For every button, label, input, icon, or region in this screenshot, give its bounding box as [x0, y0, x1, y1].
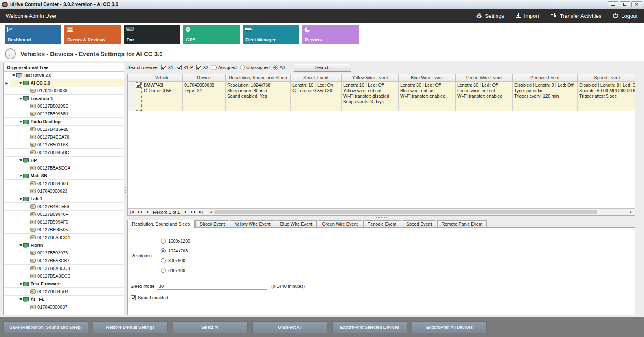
filter-x1[interactable]: X1	[161, 65, 173, 70]
tree-item-al-cc-3-0[interactable]: ▶Al CC 3.0	[4, 79, 124, 87]
tile-dashboard[interactable]: Dashboard	[5, 25, 61, 44]
column-header-speed-event[interactable]: Speed Event	[578, 74, 635, 81]
tile-fleet-manager[interactable]: Fleet Manager	[243, 25, 299, 44]
horizontal-splitter[interactable]	[127, 216, 635, 220]
sleep-mode-input[interactable]	[157, 283, 267, 290]
tree-item-radu-desktop[interactable]: Radu Desktop	[4, 118, 124, 126]
logout-button[interactable]: Logout	[613, 13, 637, 20]
resolution-option-640x480[interactable]: 640x480	[157, 265, 272, 275]
scroll-left-button[interactable]: ◄	[208, 209, 214, 215]
expand-collapse-icon[interactable]	[18, 159, 23, 161]
tab-green-wire-event[interactable]: Green Wire Event	[318, 220, 362, 228]
filter-assigned[interactable]: Assigned	[212, 65, 237, 70]
tree-item-00127b5a3cca[interactable]: 00127B5A3CCA	[4, 164, 124, 172]
tab-speed-event[interactable]: Speed Event	[402, 220, 436, 228]
column-header-blue-wire-event[interactable]: Blue Wire Event	[399, 74, 456, 81]
maximize-button[interactable]	[620, 1, 630, 7]
export-print-all-devices-button[interactable]: Export/Print All Devices	[412, 321, 487, 333]
column-header-resolution-sound-and-sleep[interactable]: Resolution, Sound and Sleep	[226, 74, 291, 81]
resolution-option-800x600[interactable]: 800x600	[157, 256, 272, 265]
tree-item-00127b5a3cc3[interactable]: 00127B5A3CC3	[4, 265, 124, 272]
tile-reports[interactable]: Reports	[302, 25, 359, 44]
search-button[interactable]: Search	[294, 64, 351, 72]
tab-yellow-wire-event[interactable]: Yellow Wire Event	[230, 220, 275, 228]
tile-events-reviews[interactable]: Events & Reviews	[64, 25, 121, 44]
last-record-button[interactable]: ►|	[197, 210, 204, 214]
tree-item-017040000037[interactable]: 017040000037	[4, 303, 124, 311]
row-select-cell[interactable]	[135, 82, 142, 111]
back-button[interactable]	[5, 48, 16, 59]
column-header-device[interactable]: Device	[183, 74, 226, 81]
tree-item-00127b4b5f88[interactable]: 00127B4B5F88	[4, 126, 124, 133]
column-header-green-wire-event[interactable]: Green Wire Event	[456, 74, 513, 81]
tree-item-00127b599505[interactable]: 00127B599505	[4, 226, 124, 234]
tree-item-00127b5994f6[interactable]: 00127B5994F6	[4, 218, 124, 226]
next-record-button[interactable]: ►	[182, 210, 189, 214]
expand-collapse-icon[interactable]	[18, 175, 23, 177]
expand-collapse-icon[interactable]	[11, 74, 16, 76]
column-header-yellow-wire-event[interactable]: Yellow Wire Event	[342, 74, 399, 81]
tree-item-00127b59940f[interactable]: 00127B59940F	[4, 211, 124, 218]
resolution-option-1024x768[interactable]: 1024x768	[157, 246, 272, 256]
sound-enabled-checkbox[interactable]: Sound enabled	[131, 295, 635, 300]
tree-item-test-idrive-2-0[interactable]: Test Idrive 2.0	[4, 72, 124, 79]
column-header-periodic-event[interactable]: Periodic Event	[513, 74, 578, 81]
column-header-shock-event[interactable]: Shock Event	[291, 74, 342, 81]
tree-item-00127b502076[interactable]: 00127B502076	[4, 249, 124, 257]
filter-all[interactable]: All	[273, 65, 285, 70]
settings-button[interactable]: ⚙ Settings	[476, 13, 504, 20]
tree-item-hp[interactable]: HP	[4, 157, 124, 164]
filter-unassigned[interactable]: Unassigned	[240, 65, 270, 70]
expand-collapse-icon[interactable]	[18, 98, 23, 100]
tree-item-00127b4eea78[interactable]: 00127B4EEA78	[4, 133, 124, 141]
tree-item-00127b503163[interactable]: 00127B503163	[4, 141, 124, 149]
vertical-splitter[interactable]	[124, 63, 127, 317]
expand-collapse-icon[interactable]	[18, 82, 23, 84]
tree-item-test-firmware[interactable]: Test Firmware	[4, 280, 124, 288]
prev-record-button[interactable]: ◄	[144, 210, 151, 214]
first-record-button[interactable]: |◄	[129, 210, 136, 214]
close-button[interactable]	[631, 1, 642, 7]
tree-item-00127b584608[interactable]: 00127B584608	[4, 180, 124, 187]
tree-item-00127b50205d[interactable]: 00127B50205D	[4, 102, 124, 110]
tree-item-017040000023[interactable]: 017040000023	[4, 187, 124, 195]
expand-collapse-icon[interactable]	[18, 283, 23, 285]
tree-item-00127b5a3cb7[interactable]: 00127B5A3CB7	[4, 257, 124, 265]
select-all-button[interactable]: Select All	[173, 321, 248, 333]
export-print-selected-devices-button[interactable]: Export/Print Selected Devices	[332, 321, 407, 333]
resolution-option-1600x1200[interactable]: 1600x1200	[157, 236, 272, 246]
import-button[interactable]: Import	[515, 13, 539, 20]
tab-resolution-sound-and-sleep[interactable]: Resolution, Sound and Sleep	[127, 220, 195, 228]
expand-collapse-icon[interactable]	[18, 244, 23, 246]
prev-page-button[interactable]: ◄◄	[136, 210, 144, 214]
next-page-button[interactable]: ►►	[189, 210, 197, 214]
scroll-right-button[interactable]: ►	[628, 209, 634, 215]
transfer-activities-button[interactable]: Transfer Activities	[550, 13, 601, 20]
tree-item-00127b5a3ccc[interactable]: 00127B5A3CCC	[4, 272, 124, 280]
tab-remote-panic-event[interactable]: Remote Panic Event	[437, 220, 487, 228]
tile-dvr[interactable]: Dvr	[124, 25, 180, 44]
tree-item-lab-1[interactable]: Lab 1	[4, 195, 124, 203]
tab-periodic-event[interactable]: Periodic Event	[363, 220, 401, 228]
tab-blue-wire-event[interactable]: Blue Wire Event	[276, 220, 317, 228]
expand-collapse-icon[interactable]	[18, 198, 23, 200]
expand-collapse-icon[interactable]	[18, 121, 23, 123]
tree-item-00127b5845bc[interactable]: 00127B5845BC	[4, 149, 124, 157]
tree-item-location-1[interactable]: Location 1	[4, 95, 124, 102]
tree-item-al-fl[interactable]: Al - FL	[4, 296, 124, 303]
filter-x2[interactable]: X2	[196, 65, 208, 70]
save-resolution-sound-and-sleep-button[interactable]: Save (Resolution, Sound and Sleep)	[3, 321, 88, 333]
tree-item-00127b5a3cc4[interactable]: 00127B5A3CC4	[4, 234, 124, 241]
tab-shock-event[interactable]: Shock Event	[195, 220, 230, 228]
tile-gps[interactable]: GPS	[183, 25, 240, 44]
tree-item-florin[interactable]: Florin	[4, 241, 124, 249]
restore-default-settings-button[interactable]: Restore Default Settings	[93, 321, 168, 333]
minimize-button[interactable]	[608, 1, 618, 7]
tree-item-00127b5845b4[interactable]: 00127B5845B4	[4, 288, 124, 296]
expand-collapse-icon[interactable]	[18, 298, 23, 300]
tree-item-matt-sb[interactable]: Matt SB	[4, 172, 124, 180]
column-header-vehicle[interactable]: Vehicle	[142, 74, 183, 81]
unselect-all-button[interactable]: Unselect All	[252, 321, 327, 333]
tree-item-017040000038[interactable]: 017040000038	[4, 87, 124, 95]
filter-x1-p[interactable]: X1-P	[177, 65, 193, 70]
